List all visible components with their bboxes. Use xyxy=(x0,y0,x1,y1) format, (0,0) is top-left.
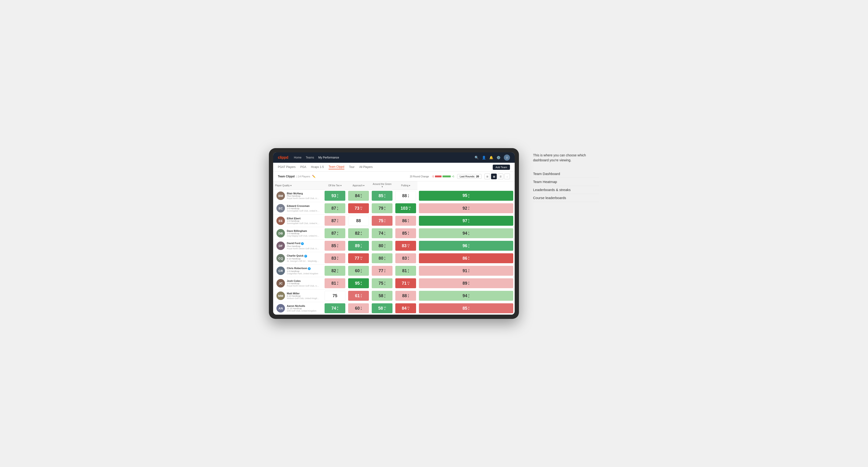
col-putting[interactable]: Putting ▾ xyxy=(394,181,417,190)
score-change: 8▲ xyxy=(361,281,362,285)
user-icon[interactable]: 👤 xyxy=(482,156,486,159)
add-team-button[interactable]: Add Team xyxy=(493,165,510,170)
sub-nav-hcaps[interactable]: Hcaps 1-5 xyxy=(311,165,324,169)
score-putting[interactable]: 89 2▼ xyxy=(417,277,515,290)
score-change: 9▲ xyxy=(384,206,385,210)
score-putting[interactable]: 91 3▼ xyxy=(417,264,515,277)
score-player_quality[interactable]: 87 4▲ xyxy=(323,227,347,240)
score-around_green[interactable]: 83 10▼ xyxy=(394,240,417,252)
bell-icon[interactable]: 🔔 xyxy=(489,156,493,159)
player-cell[interactable]: MM Matt Miller 6-10 Handicap Woburn Golf… xyxy=(273,290,323,302)
player-cell[interactable]: CR Chris Robertson✓ 1-5 Handicap Craigmi… xyxy=(273,264,323,277)
view-list-button[interactable]: ☰ xyxy=(498,174,503,179)
player-cell[interactable]: JC Josh Coles 1-5 Handicap Royal North D… xyxy=(273,277,323,290)
score-change: 3▼ xyxy=(384,269,385,273)
bar-plus: +5 xyxy=(452,175,454,178)
player-cell[interactable]: DB Dave Billingham 1-5 Handicap Gog Mago… xyxy=(273,227,323,240)
score-player_quality[interactable]: 74 8▲ xyxy=(323,302,347,315)
sub-nav-pga[interactable]: PGA xyxy=(300,165,306,169)
search-icon[interactable]: 🔍 xyxy=(474,156,478,159)
score-around_green[interactable]: 85 3▼ xyxy=(394,227,417,240)
score-around_green[interactable]: 84 21▼ xyxy=(394,302,417,315)
nav-home[interactable]: Home xyxy=(294,156,302,159)
view-grid-button[interactable]: ⊞ xyxy=(485,174,490,179)
score-putting[interactable]: 94 1▲ xyxy=(417,227,515,240)
score-off_tee[interactable]: 60 1▼ xyxy=(347,302,370,315)
last-rounds-button[interactable]: Last Rounds: 20 xyxy=(457,174,482,179)
score-player_quality[interactable]: 82 3▲ xyxy=(323,264,347,277)
score-around_green[interactable]: 83 6▼ xyxy=(394,252,417,264)
user-avatar[interactable]: U xyxy=(504,154,510,161)
score-approach[interactable]: 80 3▲ xyxy=(370,240,394,252)
score-number: 83 xyxy=(402,243,406,248)
score-around_green[interactable]: 88 1▼ xyxy=(394,190,417,202)
score-player_quality[interactable]: 87 1▲ xyxy=(323,202,347,215)
player-cell[interactable]: EC Edward Crossman 1-5 Handicap Sunningd… xyxy=(273,202,323,215)
score-putting[interactable]: 86 8▼ xyxy=(417,252,515,264)
score-off_tee[interactable]: 95 8▲ xyxy=(347,277,370,290)
score-box: 75 3▼ xyxy=(372,216,393,226)
tablet-screen: clippd Home Teams My Performance 🔍 👤 🔔 ⚙… xyxy=(273,152,515,315)
col-player[interactable]: Player Quality ▾ xyxy=(273,181,323,190)
score-off_tee[interactable]: 61 3▼ xyxy=(347,290,370,302)
score-approach[interactable]: 77 3▼ xyxy=(370,264,394,277)
team-count: | 14 Players xyxy=(297,175,310,178)
score-approach[interactable]: 74 1▲ xyxy=(370,227,394,240)
score-putting[interactable]: 85 4▼ xyxy=(417,302,515,315)
player-cell[interactable]: EE Elliot Ebert 1-5 Handicap Sunningdale… xyxy=(273,215,323,227)
score-number: 97 xyxy=(463,218,467,223)
score-off_tee[interactable]: 73 11▼ xyxy=(347,202,370,215)
player-avatar: EE xyxy=(276,217,285,225)
score-off_tee[interactable]: 60 2▲ xyxy=(347,264,370,277)
col-approach[interactable]: Approach ▾ xyxy=(347,181,370,190)
score-around_green[interactable]: 81 4▲ xyxy=(394,264,417,277)
score-player_quality[interactable]: 93 9▲ xyxy=(323,190,347,202)
score-player_quality[interactable]: 75 xyxy=(323,290,347,302)
score-approach[interactable]: 80 1▲ xyxy=(370,252,394,264)
sub-nav-team-clippd[interactable]: Team Clippd xyxy=(329,165,344,169)
score-around_green[interactable]: 88 2▼ xyxy=(394,290,417,302)
annotation-item-3: Leaderboards & streaks xyxy=(533,186,599,194)
score-around_green[interactable]: 86 6▼ xyxy=(394,215,417,227)
score-off_tee[interactable]: 89 7▲ xyxy=(347,240,370,252)
sub-nav-tour[interactable]: Tour xyxy=(349,165,354,169)
score-putting[interactable]: 96 3▲ xyxy=(417,240,515,252)
score-player_quality[interactable]: 81 3▼ xyxy=(323,277,347,290)
score-approach[interactable]: 58 10▲ xyxy=(370,302,394,315)
view-heatmap-button[interactable]: ▦ xyxy=(491,174,497,179)
score-approach[interactable]: 79 9▲ xyxy=(370,202,394,215)
score-around_green[interactable]: 71 11▼ xyxy=(394,277,417,290)
score-approach[interactable]: 85 8▲ xyxy=(370,190,394,202)
score-player_quality[interactable]: 87 3▼ xyxy=(323,215,347,227)
nav-teams[interactable]: Teams xyxy=(306,156,314,159)
score-player_quality[interactable]: 83 3▼ xyxy=(323,252,347,264)
settings-icon[interactable]: ⚙️ xyxy=(497,156,500,159)
score-around_green[interactable]: 103 15▲ xyxy=(394,202,417,215)
col-off-tee[interactable]: Off the Tee ▾ xyxy=(323,181,347,190)
sub-nav-pgat[interactable]: PGAT Players xyxy=(278,165,296,169)
score-putting[interactable]: 92 3▼ xyxy=(417,202,515,215)
col-around-green[interactable]: Around the Green ▾ xyxy=(370,181,394,190)
score-off_tee[interactable]: 88 xyxy=(347,215,370,227)
edit-team-icon[interactable]: ✏️ xyxy=(312,175,316,178)
sub-nav-all-players[interactable]: All Players xyxy=(359,165,373,169)
player-cell[interactable]: CQ Charlie Quick✓ 6-10 Handicap St. Geor… xyxy=(273,252,323,264)
score-approach[interactable]: 75 3▼ xyxy=(370,215,394,227)
score-approach[interactable]: 58 4▲ xyxy=(370,290,394,302)
score-putting[interactable]: 95 9▲ xyxy=(417,190,515,202)
score-approach[interactable]: 75 2▲ xyxy=(370,277,394,290)
score-off_tee[interactable]: 84 6▲ xyxy=(347,190,370,202)
score-change: 3▼ xyxy=(337,256,338,260)
player-cell[interactable]: AN Aaron Nicholls 11-15 Handicap Drift G… xyxy=(273,302,323,315)
table-row: EC Edward Crossman 1-5 Handicap Sunningd… xyxy=(273,202,515,215)
score-off_tee[interactable]: 77 14▼ xyxy=(347,252,370,264)
nav-my-performance[interactable]: My Performance xyxy=(318,156,339,159)
player-cell[interactable]: DF David Ford✓ Plus Handicap Royal North… xyxy=(273,240,323,252)
score-putting[interactable]: 94 3▲ xyxy=(417,290,515,302)
score-player_quality[interactable]: 85 3▼ xyxy=(323,240,347,252)
player-cell[interactable]: BM Blair McHarg Plus Handicap Royal Nort… xyxy=(273,190,323,202)
score-putting[interactable]: 97 5▲ xyxy=(417,215,515,227)
view-download-button[interactable]: ↓ xyxy=(504,174,510,179)
nav-links: Home Teams My Performance xyxy=(294,156,339,159)
score-off_tee[interactable]: 82 4▲ xyxy=(347,227,370,240)
